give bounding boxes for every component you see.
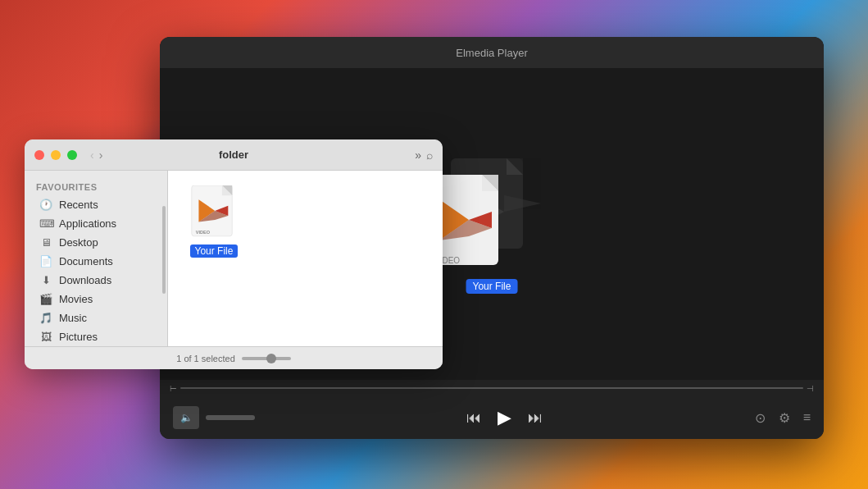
finder-actions: » ⌕: [415, 149, 433, 162]
file-icon-svg: VIDEO: [191, 185, 237, 241]
recents-icon: 🕐: [39, 199, 52, 211]
player-file-label: Your File: [466, 279, 518, 294]
settings-button[interactable]: ⚙: [779, 410, 790, 426]
finder-statusbar: 1 of 1 selected: [25, 346, 443, 369]
downloads-icon: ⬇: [39, 274, 52, 286]
applications-icon: ⌨: [39, 217, 52, 230]
player-controls: 🔈 ⏮ ▶ ⏭ ⊙ ⚙ ≡: [160, 396, 824, 439]
file-label: Your File: [190, 244, 239, 258]
volume-icon: 🔈: [180, 412, 193, 423]
playback-controls: ⏮ ▶ ⏭: [261, 407, 748, 428]
sidebar-item-recents[interactable]: 🕐 Recents: [28, 195, 164, 214]
music-icon: 🎵: [39, 312, 52, 324]
downloads-label: Downloads: [59, 274, 111, 286]
sidebar-item-applications[interactable]: ⌨ Applications: [28, 214, 164, 233]
finder-titlebar: ‹ › folder » ⌕: [25, 139, 443, 171]
controls-right: ⊙ ⚙ ≡: [755, 410, 811, 426]
sidebar-item-documents[interactable]: 📄 Documents: [28, 252, 164, 271]
seekbar[interactable]: ⊢ ⊣: [160, 380, 824, 396]
status-text: 1 of 1 selected: [176, 354, 235, 363]
nav-back[interactable]: ‹: [90, 149, 94, 162]
sidebar-item-desktop[interactable]: 🖥 Desktop: [28, 233, 164, 252]
sidebar-section-label: Favourites: [25, 181, 167, 195]
seek-end-icon: ⊣: [807, 384, 814, 393]
finder-nav: ‹ ›: [90, 149, 102, 162]
search-button[interactable]: ⌕: [426, 149, 433, 162]
volume-button[interactable]: 🔈: [173, 406, 199, 429]
seek-start-icon: ⊢: [170, 384, 177, 393]
desktop-icon: 🖥: [39, 236, 52, 249]
airplay-button[interactable]: ⊙: [755, 410, 766, 426]
next-button[interactable]: ⏭: [528, 409, 543, 427]
zoom-control[interactable]: [242, 357, 291, 360]
prev-button[interactable]: ⏮: [466, 409, 481, 427]
svg-text:VIDEO: VIDEO: [196, 230, 211, 235]
finder-path: folder: [219, 149, 248, 161]
file-grid: VIDEO Your File: [181, 184, 429, 333]
sidebar-item-movies[interactable]: 🎬 Movies: [28, 290, 164, 308]
player-bottom: ⊢ ⊣ 🔈 ⏮ ▶ ⏭ ⊙ ⚙ ≡: [160, 380, 824, 439]
finder-sidebar: Favourites 🕐 Recents ⌨ Applications 🖥 De…: [25, 171, 168, 346]
sidebar-item-music[interactable]: 🎵 Music: [28, 308, 164, 327]
sidebar-item-downloads[interactable]: ⬇ Downloads: [28, 271, 164, 290]
pictures-label: Pictures: [59, 331, 98, 343]
pictures-icon: 🖼: [39, 331, 52, 343]
volume-bar[interactable]: [206, 415, 255, 420]
playlist-button[interactable]: ≡: [803, 410, 811, 425]
view-more-button[interactable]: »: [415, 149, 421, 162]
finder-body: Favourites 🕐 Recents ⌨ Applications 🖥 De…: [25, 171, 443, 346]
player-title: Elmedia Player: [456, 47, 527, 59]
sidebar-scrollbar[interactable]: [162, 206, 166, 294]
sidebar-item-pictures[interactable]: 🖼 Pictures: [28, 327, 164, 346]
player-file-icon-wrapper: VIDEO VIDEO Your File: [426, 158, 557, 290]
maximize-button[interactable]: [67, 150, 77, 160]
applications-label: Applications: [59, 217, 116, 230]
music-label: Music: [59, 312, 87, 324]
play-button[interactable]: ▶: [498, 407, 511, 428]
finder-main: VIDEO Your File: [168, 171, 443, 346]
finder-window: ‹ › folder » ⌕ Favourites 🕐 Recents ⌨ Ap…: [25, 139, 443, 369]
close-button[interactable]: [34, 150, 44, 160]
file-item[interactable]: VIDEO Your File: [181, 184, 247, 258]
documents-icon: 📄: [39, 255, 52, 267]
file-icon: VIDEO: [189, 184, 239, 243]
movies-label: Movies: [59, 293, 93, 305]
seek-track[interactable]: [180, 387, 803, 389]
zoom-thumb: [266, 354, 276, 363]
movies-icon: 🎬: [39, 293, 52, 305]
player-titlebar: Elmedia Player: [160, 37, 824, 68]
recents-label: Recents: [59, 199, 98, 211]
documents-label: Documents: [59, 255, 113, 267]
nav-forward[interactable]: ›: [99, 149, 103, 162]
zoom-slider[interactable]: [242, 357, 291, 360]
desktop-label: Desktop: [59, 236, 98, 249]
minimize-button[interactable]: [51, 150, 61, 160]
